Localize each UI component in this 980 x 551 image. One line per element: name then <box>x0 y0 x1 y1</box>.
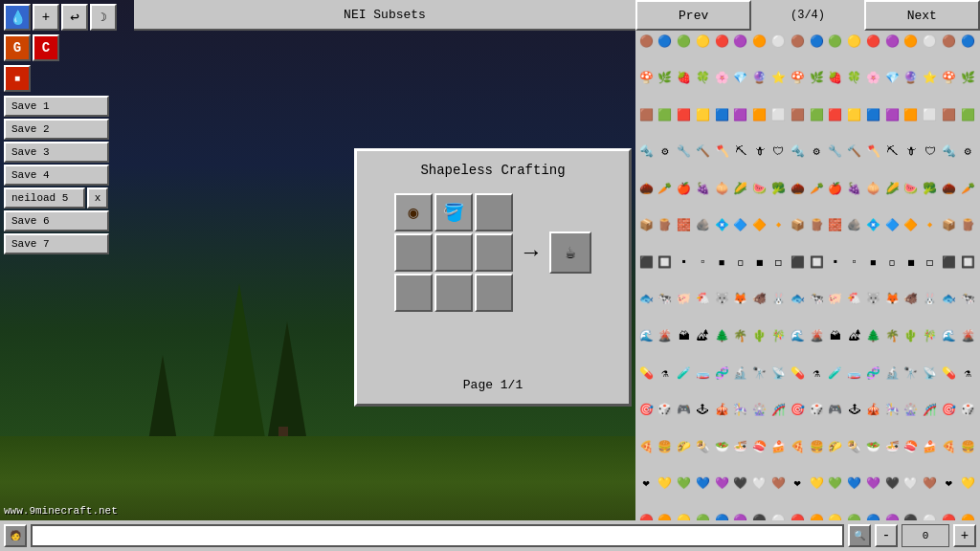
item-cell[interactable]: ❤️ <box>940 475 957 493</box>
item-cell[interactable]: 🐄 <box>959 291 976 308</box>
craft-slot-6[interactable] <box>394 274 433 312</box>
item-cell[interactable]: 🔲 <box>959 253 976 271</box>
item-cell[interactable]: 🪨 <box>694 217 711 234</box>
item-cell[interactable]: 🔬 <box>883 364 901 382</box>
item-cell[interactable]: 🟢 <box>827 33 844 50</box>
item-cell[interactable]: 🔩 <box>637 143 655 161</box>
item-cell[interactable]: 🦊 <box>883 291 901 308</box>
item-cell[interactable]: 🐟 <box>637 291 655 308</box>
item-cell[interactable]: 💛 <box>657 475 674 493</box>
item-cell[interactable]: 🤍 <box>902 475 920 493</box>
craft-slot-5[interactable] <box>475 233 513 272</box>
item-cell[interactable]: 🧫 <box>846 364 863 382</box>
item-cell[interactable]: 💊 <box>637 364 655 382</box>
item-cell[interactable]: 💜 <box>864 475 881 493</box>
item-cell[interactable]: 🌸 <box>864 70 881 87</box>
tool-btn-g[interactable]: G <box>4 34 31 61</box>
item-cell[interactable]: 🤍 <box>751 475 768 493</box>
item-cell[interactable]: 🌿 <box>657 70 674 87</box>
item-cell[interactable]: 🌮 <box>827 438 844 455</box>
bottom-icon-right[interactable]: 🔍 <box>848 524 871 547</box>
item-cell[interactable]: 🟫 <box>637 106 655 123</box>
item-cell[interactable]: 🟣 <box>883 33 901 50</box>
item-cell[interactable]: 🎡 <box>751 402 768 419</box>
item-cell[interactable]: 🔶 <box>751 217 768 234</box>
item-cell[interactable]: 🍎 <box>676 180 693 197</box>
item-cell[interactable]: 🍇 <box>694 180 711 197</box>
item-cell[interactable]: 🗡 <box>902 143 920 161</box>
item-cell[interactable]: 🎠 <box>732 402 749 419</box>
item-cell[interactable]: 🟥 <box>827 106 844 123</box>
item-cell[interactable]: 🌰 <box>789 180 806 197</box>
item-cell[interactable]: 🐟 <box>940 291 957 308</box>
item-cell[interactable]: 📦 <box>940 217 957 234</box>
save-1-button[interactable]: Save 1 <box>4 96 109 117</box>
item-cell[interactable]: ◽ <box>732 253 749 271</box>
item-cell[interactable]: ⛏ <box>883 143 901 161</box>
item-cell[interactable]: 🍀 <box>846 70 863 87</box>
item-cell[interactable]: 🌯 <box>846 438 863 455</box>
item-cell[interactable]: 🐰 <box>922 291 939 308</box>
item-cell[interactable]: 🔵 <box>657 33 674 50</box>
item-cell[interactable]: ⚗️ <box>959 364 976 382</box>
item-cell[interactable]: ⬛ <box>789 253 806 271</box>
item-cell[interactable]: 🐖 <box>676 291 693 308</box>
item-cell[interactable]: 🍜 <box>732 438 749 455</box>
item-cell[interactable]: 🦊 <box>732 291 749 308</box>
item-cell[interactable]: 🌰 <box>940 180 957 197</box>
item-cell[interactable]: 💚 <box>827 475 844 493</box>
item-cell[interactable]: 🌯 <box>694 438 711 455</box>
item-cell[interactable]: 🔴 <box>864 33 881 50</box>
item-cell[interactable]: 🎲 <box>808 402 825 419</box>
item-cell[interactable]: ⭐ <box>769 70 787 87</box>
item-cell[interactable]: 🔩 <box>789 143 806 161</box>
item-cell[interactable]: ⛏ <box>732 143 749 161</box>
save-4-button[interactable]: Save 4 <box>4 165 109 186</box>
item-cell[interactable]: 🎋 <box>769 328 787 345</box>
item-cell[interactable]: ◻ <box>769 253 787 271</box>
craft-slot-2[interactable] <box>475 193 513 231</box>
item-cell[interactable]: 🟤 <box>789 33 806 50</box>
item-cell[interactable]: 🌊 <box>789 328 806 345</box>
item-cell[interactable]: 🐰 <box>769 291 787 308</box>
plus-button[interactable]: + <box>953 524 976 547</box>
item-cell[interactable]: 🌿 <box>808 70 825 87</box>
craft-slot-7[interactable] <box>434 274 473 312</box>
neiload-5-button[interactable]: neiload 5 <box>4 187 85 209</box>
item-cell[interactable]: 🍎 <box>827 180 844 197</box>
item-cell[interactable]: 🛡 <box>769 143 787 161</box>
item-cell[interactable]: ▪ <box>827 253 844 271</box>
item-cell[interactable]: 🍉 <box>902 180 920 197</box>
item-cell[interactable]: 🌋 <box>959 328 976 345</box>
item-cell[interactable]: 🟪 <box>883 106 901 123</box>
craft-slot-0[interactable]: ◉ <box>394 193 433 231</box>
save-2-button[interactable]: Save 2 <box>4 119 109 140</box>
item-cell[interactable]: 🪵 <box>959 217 976 234</box>
item-cell[interactable]: 🌊 <box>940 328 957 345</box>
item-cell[interactable]: 🟠 <box>902 33 920 50</box>
item-cell[interactable]: ⚗️ <box>808 364 825 382</box>
item-cell[interactable]: 🧱 <box>827 217 844 234</box>
item-cell[interactable]: 🔮 <box>902 70 920 87</box>
item-cell[interactable]: 🌋 <box>808 328 825 345</box>
item-cell[interactable]: 🟦 <box>713 106 730 123</box>
craft-slot-3[interactable] <box>394 233 433 272</box>
item-cell[interactable]: 🌋 <box>657 328 674 345</box>
item-cell[interactable]: 🐺 <box>864 291 881 308</box>
tool-btn-moon[interactable]: ☽ <box>90 4 117 31</box>
item-cell[interactable]: 🟩 <box>959 106 976 123</box>
item-cell[interactable]: ❤️ <box>637 475 655 493</box>
item-cell[interactable]: 🥕 <box>808 180 825 197</box>
item-cell[interactable]: 🌴 <box>732 328 749 345</box>
item-cell[interactable]: 🍕 <box>789 438 806 455</box>
item-cell[interactable]: 🎪 <box>864 402 881 419</box>
save-7-button[interactable]: Save 7 <box>4 233 109 254</box>
item-cell[interactable]: 💛 <box>808 475 825 493</box>
item-cell[interactable]: ⬛ <box>940 253 957 271</box>
item-cell[interactable]: 🌽 <box>732 180 749 197</box>
item-cell[interactable]: 🍄 <box>637 70 655 87</box>
item-cell[interactable]: 🔬 <box>732 364 749 382</box>
item-cell[interactable]: ⬛ <box>637 253 655 271</box>
item-cell[interactable]: 🟢 <box>676 33 693 50</box>
item-cell[interactable]: ⚙️ <box>959 143 976 161</box>
